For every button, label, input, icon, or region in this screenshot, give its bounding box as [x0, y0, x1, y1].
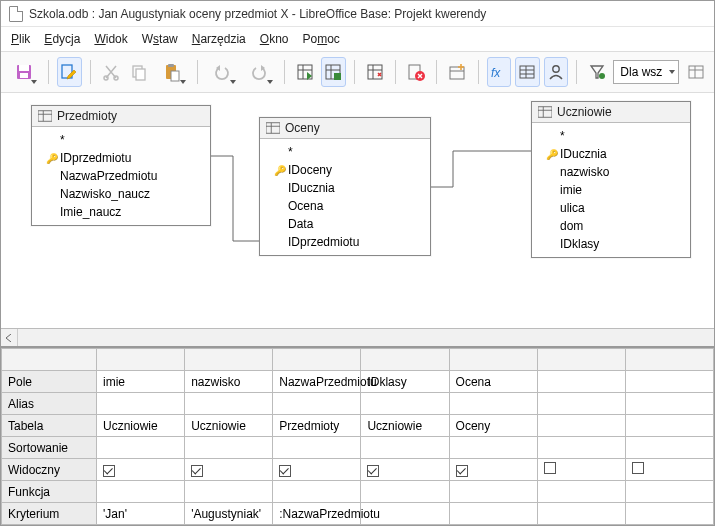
- table-title: Uczniowie: [557, 105, 612, 119]
- relation-diagram[interactable]: Przedmioty * 🔑IDprzedmiotu NazwaPrzedmio…: [1, 93, 714, 328]
- svg-rect-38: [266, 123, 280, 134]
- undo-button[interactable]: [205, 57, 238, 87]
- svg-rect-9: [168, 64, 174, 67]
- cell-tabela[interactable]: Przedmioty: [273, 415, 361, 437]
- design-grid: Pole imie nazwisko NazwaPrzedmiotu IDkla…: [1, 346, 714, 525]
- field[interactable]: Ocena: [288, 199, 323, 213]
- menu-okno[interactable]: Okno: [260, 32, 289, 46]
- visible-checkbox[interactable]: [103, 465, 115, 477]
- run-query-button[interactable]: [293, 57, 318, 87]
- field[interactable]: IDprzedmiotu: [60, 151, 131, 165]
- cell-pole[interactable]: NazwaPrzedmiotu: [273, 371, 361, 393]
- paste-button[interactable]: [155, 57, 188, 87]
- copy-button[interactable]: [127, 57, 152, 87]
- alias-button[interactable]: [544, 57, 569, 87]
- visible-checkbox[interactable]: [367, 465, 379, 477]
- field[interactable]: IDucznia: [560, 147, 607, 161]
- cell-kryterium[interactable]: :NazwaPrzedmiotu: [273, 503, 361, 525]
- field[interactable]: NazwaPrzedmiotu: [60, 169, 157, 183]
- window-title: Szkola.odb : Jan Augustyniak oceny przed…: [29, 7, 486, 21]
- row-label-funkcja: Funkcja: [2, 481, 97, 503]
- svg-point-30: [553, 66, 559, 72]
- menubar: Plik Edycja Widok Wstaw Narzędzia Okno P…: [1, 27, 714, 51]
- cell-pole[interactable]: [625, 371, 713, 393]
- scroll-left-icon[interactable]: [1, 329, 18, 346]
- field[interactable]: IDucznia: [288, 181, 335, 195]
- column-header[interactable]: [625, 349, 713, 371]
- redo-button[interactable]: [243, 57, 276, 87]
- table-przedmioty[interactable]: Przedmioty * 🔑IDprzedmiotu NazwaPrzedmio…: [31, 105, 211, 226]
- save-button[interactable]: [7, 57, 40, 87]
- svg-rect-7: [136, 69, 145, 80]
- table-oceny[interactable]: Oceny * 🔑IDoceny IDucznia Ocena Data IDp…: [259, 117, 431, 256]
- field[interactable]: imie: [560, 183, 582, 197]
- row-label-tabela: Tabela: [2, 415, 97, 437]
- field[interactable]: IDoceny: [288, 163, 332, 177]
- toolbar-overflow-button[interactable]: [683, 57, 708, 87]
- cell-pole[interactable]: nazwisko: [185, 371, 273, 393]
- field[interactable]: nazwisko: [560, 165, 609, 179]
- field-star[interactable]: *: [288, 145, 293, 159]
- field-star[interactable]: *: [560, 129, 565, 143]
- column-header[interactable]: [273, 349, 361, 371]
- cell-pole[interactable]: [537, 371, 625, 393]
- cell-tabela[interactable]: Oceny: [449, 415, 537, 437]
- column-header[interactable]: [185, 349, 273, 371]
- cell-tabela[interactable]: Uczniowie: [361, 415, 449, 437]
- add-table-button[interactable]: [445, 57, 470, 87]
- svg-rect-32: [689, 66, 703, 78]
- cell-tabela[interactable]: Uczniowie: [185, 415, 273, 437]
- cell-kryterium[interactable]: 'Jan': [97, 503, 185, 525]
- visible-checkbox[interactable]: [456, 465, 468, 477]
- visible-checkbox[interactable]: [544, 462, 556, 474]
- field[interactable]: dom: [560, 219, 583, 233]
- cell-tabela[interactable]: Uczniowie: [97, 415, 185, 437]
- cell-kryterium[interactable]: 'Augustyniak': [185, 503, 273, 525]
- column-header[interactable]: [537, 349, 625, 371]
- design-view-button[interactable]: [321, 57, 346, 87]
- field-star[interactable]: *: [60, 133, 65, 147]
- row-label-widoczny: Widoczny: [2, 459, 97, 481]
- field[interactable]: Nazwisko_naucz: [60, 187, 150, 201]
- clear-query-button[interactable]: [404, 57, 429, 87]
- cell-pole[interactable]: Ocena: [449, 371, 537, 393]
- corner-cell: [2, 349, 97, 371]
- document-icon: [9, 6, 23, 22]
- menu-widok[interactable]: Widok: [94, 32, 127, 46]
- cut-button[interactable]: [98, 57, 123, 87]
- field[interactable]: Data: [288, 217, 313, 231]
- sql-view-button[interactable]: [362, 57, 387, 87]
- field[interactable]: Imie_naucz: [60, 205, 121, 219]
- cell-pole[interactable]: IDklasy: [361, 371, 449, 393]
- edit-mode-button[interactable]: [57, 57, 82, 87]
- column-header[interactable]: [97, 349, 185, 371]
- row-label-pole: Pole: [2, 371, 97, 393]
- functions-button[interactable]: fx: [487, 57, 512, 87]
- svg-rect-41: [538, 107, 552, 118]
- table-title: Przedmioty: [57, 109, 117, 123]
- menu-narzedzia[interactable]: Narzędzia: [192, 32, 246, 46]
- svg-rect-10: [171, 71, 179, 81]
- field[interactable]: IDklasy: [560, 237, 599, 251]
- column-header[interactable]: [449, 349, 537, 371]
- limit-combo[interactable]: Dla wsz: [613, 60, 679, 84]
- visible-checkbox[interactable]: [191, 465, 203, 477]
- table-uczniowie[interactable]: Uczniowie * 🔑IDucznia nazwisko imie ulic…: [531, 101, 691, 258]
- menu-plik[interactable]: Plik: [11, 32, 30, 46]
- column-header[interactable]: [361, 349, 449, 371]
- table-name-button[interactable]: [515, 57, 540, 87]
- menu-pomoc[interactable]: Pomoc: [302, 32, 339, 46]
- visible-checkbox[interactable]: [632, 462, 644, 474]
- menu-wstaw[interactable]: Wstaw: [142, 32, 178, 46]
- field[interactable]: IDprzedmiotu: [288, 235, 359, 249]
- svg-point-31: [599, 73, 605, 79]
- field[interactable]: ulica: [560, 201, 585, 215]
- visible-checkbox[interactable]: [279, 465, 291, 477]
- svg-rect-17: [334, 73, 341, 80]
- titlebar: Szkola.odb : Jan Augustyniak oceny przed…: [1, 1, 714, 27]
- horizontal-scrollbar[interactable]: [1, 328, 714, 346]
- distinct-values-button[interactable]: [585, 57, 610, 87]
- row-label-alias: Alias: [2, 393, 97, 415]
- menu-edycja[interactable]: Edycja: [44, 32, 80, 46]
- cell-pole[interactable]: imie: [97, 371, 185, 393]
